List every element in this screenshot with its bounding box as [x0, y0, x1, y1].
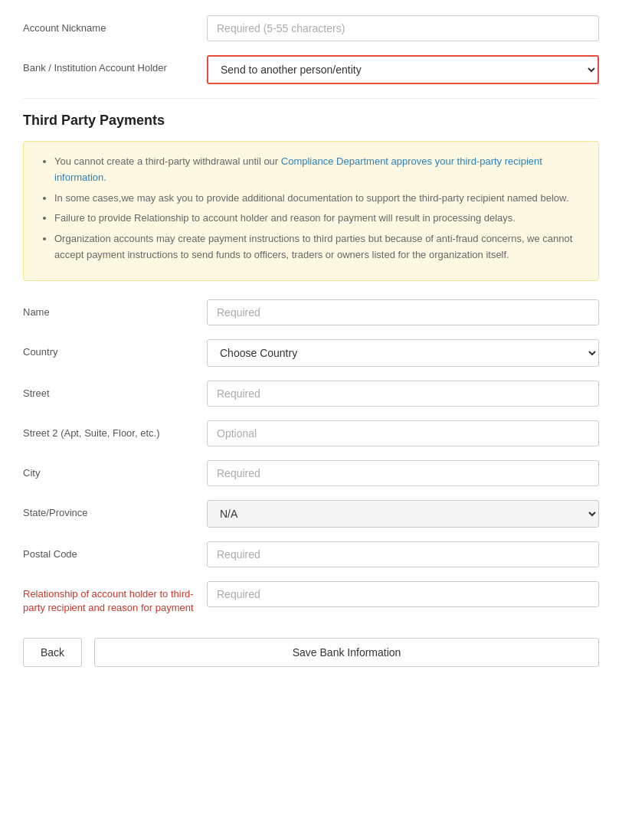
notice-box: You cannot create a third-party withdraw…	[23, 141, 599, 281]
city-label: City	[23, 460, 207, 480]
country-row: Country Choose Country United States Can…	[23, 339, 599, 367]
bank-holder-row: Bank / Institution Account Holder Send t…	[23, 55, 599, 84]
state-select[interactable]: N/A	[207, 500, 599, 528]
street2-label: Street 2 (Apt, Suite, Floor, etc.)	[23, 420, 207, 440]
name-input[interactable]	[207, 299, 599, 325]
notice-item-4: Organization accounts may create payment…	[54, 231, 583, 263]
name-label: Name	[23, 299, 207, 319]
country-label: Country	[23, 339, 207, 359]
notice-item-1: You cannot create a third-party withdraw…	[54, 154, 583, 186]
street-label: Street	[23, 381, 207, 400]
state-row: State/Province N/A	[23, 500, 599, 528]
account-nickname-input[interactable]	[207, 15, 599, 41]
name-row: Name	[23, 299, 599, 325]
street2-row: Street 2 (Apt, Suite, Floor, etc.)	[23, 420, 599, 446]
country-select[interactable]: Choose Country United States Canada Unit…	[207, 339, 599, 367]
bank-holder-label: Bank / Institution Account Holder	[23, 55, 207, 75]
button-row: Back Save Bank Information	[23, 638, 599, 667]
account-nickname-label: Account Nickname	[23, 15, 207, 35]
notice-item-2: In some cases,we may ask you to provide …	[54, 191, 583, 207]
street-row: Street	[23, 381, 599, 407]
notice-item-3: Failure to provide Relationship to accou…	[54, 211, 583, 227]
postal-input[interactable]	[207, 541, 599, 567]
relationship-input[interactable]	[207, 581, 599, 607]
section-title: Third Party Payments	[23, 113, 599, 129]
state-label: State/Province	[23, 500, 207, 520]
account-nickname-row: Account Nickname	[23, 15, 599, 41]
section-divider	[23, 98, 599, 99]
save-button[interactable]: Save Bank Information	[94, 638, 599, 667]
notice-list: You cannot create a third-party withdraw…	[39, 154, 583, 263]
back-button[interactable]: Back	[23, 638, 82, 667]
postal-label: Postal Code	[23, 541, 207, 561]
relationship-label: Relationship of account holder to third-…	[23, 581, 207, 615]
postal-row: Postal Code	[23, 541, 599, 567]
street-input[interactable]	[207, 381, 599, 407]
relationship-row: Relationship of account holder to third-…	[23, 581, 599, 615]
city-row: City	[23, 460, 599, 486]
street2-input[interactable]	[207, 420, 599, 446]
city-input[interactable]	[207, 460, 599, 486]
bank-holder-select[interactable]: Send to another person/entity Send to my…	[207, 55, 599, 84]
